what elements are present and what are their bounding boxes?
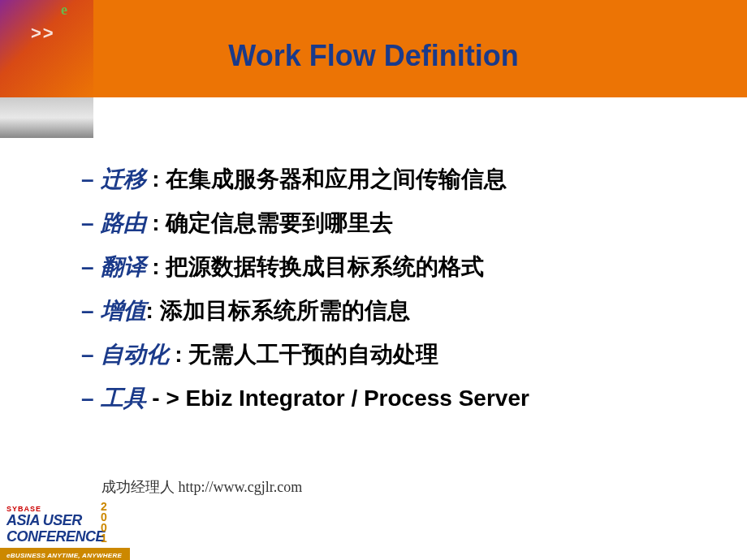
bullet-desc: 在集成服务器和应用之间传输信息 [166, 166, 507, 192]
corner-metallic [0, 97, 93, 138]
bullet-desc: 把源数据转换成目标系统的格式 [166, 254, 484, 279]
bullet-dash: – [81, 162, 94, 196]
bullet-desc: 确定信息需要到哪里去 [166, 210, 393, 235]
bullet-sep: : [146, 254, 166, 279]
bullet-term: 工具 [101, 386, 146, 411]
bullet-desc: 无需人工干预的自动处理 [188, 342, 438, 367]
conference-logo: SYBASE ASIA USER CONFERENCE 2001 eBUSINE… [0, 499, 130, 560]
logo-line1: ASIA USER [6, 512, 82, 529]
logo-line2: CONFERENCE [6, 528, 105, 545]
bullet-item: – 增值: 添加目标系统所需的信息 [81, 294, 698, 328]
bullet-term: 自动化 [101, 342, 169, 367]
bullet-dash: – [81, 338, 94, 372]
bullet-sep: - > [146, 386, 186, 411]
bullet-dash: – [81, 206, 94, 240]
footer-credit: 成功经理人 http://www.cgjlr.com [101, 477, 302, 497]
bullet-sep: : [146, 166, 166, 192]
bullet-dash: – [81, 250, 94, 284]
bullet-sep: : [146, 298, 160, 323]
bullet-desc: Ebiz Integrator / Process Server [186, 386, 529, 411]
content-area: – 迁移 : 在集成服务器和应用之间传输信息 – 路由 : 确定信息需要到哪里去… [81, 162, 698, 425]
logo-tagline: eBUSINESS ANYTIME, ANYWHERE [6, 552, 122, 559]
bullet-item: – 迁移 : 在集成服务器和应用之间传输信息 [81, 162, 698, 196]
bullet-term: 迁移 [101, 166, 146, 192]
bullet-item: – 翻译 : 把源数据转换成目标系统的格式 [81, 250, 698, 284]
bullet-term: 路由 [101, 210, 146, 235]
slide-title: Work Flow Definition [0, 39, 747, 73]
bullet-desc: 添加目标系统所需的信息 [160, 298, 410, 323]
bullet-term: 翻译 [101, 254, 146, 279]
bullet-dash: – [81, 381, 94, 416]
bullet-term: 增值 [101, 298, 146, 323]
bullet-item: – 工具 - > Ebiz Integrator / Process Serve… [81, 381, 698, 416]
decor-letter-e: e [61, 2, 67, 19]
bullet-item: – 路由 : 确定信息需要到哪里去 [81, 206, 698, 240]
logo-year: 2001 [97, 500, 110, 542]
bullet-sep: : [169, 342, 189, 367]
bullet-dash: – [81, 294, 94, 328]
bullet-sep: : [146, 210, 166, 235]
bullet-item: – 自动化 : 无需人工干预的自动处理 [81, 338, 698, 372]
